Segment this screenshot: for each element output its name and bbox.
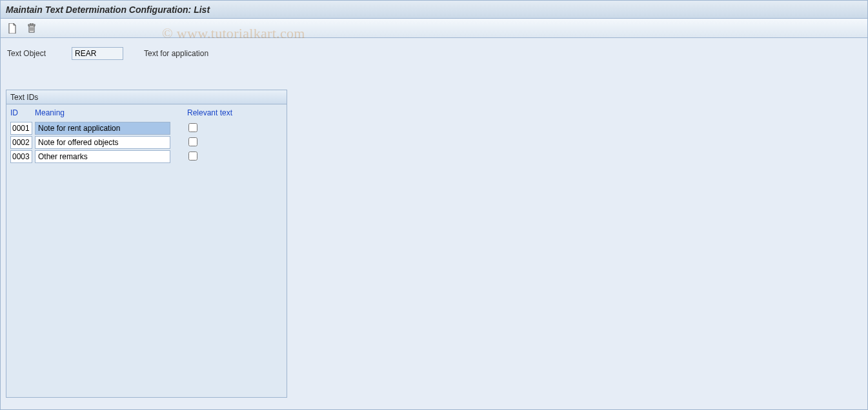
column-header-id: ID — [10, 108, 32, 117]
id-input[interactable] — [10, 122, 32, 135]
text-ids-panel: Text IDs ID Meaning Relevant text — [6, 90, 287, 398]
panel-title: Text IDs — [10, 93, 38, 102]
relevant-checkbox-wrap — [188, 123, 197, 134]
panel-header: Text IDs — [6, 90, 287, 104]
id-input[interactable] — [10, 136, 32, 149]
svg-rect-5 — [30, 23, 33, 24]
table-row — [9, 121, 284, 135]
relevant-checkbox-wrap — [188, 151, 197, 162]
table-row — [9, 150, 284, 164]
text-object-input[interactable] — [72, 47, 123, 60]
relevant-checkbox[interactable] — [188, 137, 197, 146]
column-header-meaning: Meaning — [35, 108, 170, 117]
text-object-label: Text Object — [7, 49, 59, 58]
document-icon[interactable] — [5, 21, 20, 35]
column-header-relevant: Relevant text — [187, 108, 232, 117]
column-header-row: ID Meaning Relevant text — [9, 106, 284, 121]
window-title: Maintain Text Determination Configuratio… — [1, 1, 867, 19]
table-row — [9, 135, 284, 150]
relevant-checkbox-wrap — [188, 137, 197, 148]
meaning-input[interactable] — [35, 150, 170, 163]
page-title: Maintain Text Determination Configuratio… — [6, 5, 210, 15]
relevant-checkbox[interactable] — [188, 151, 197, 161]
toolbar — [1, 19, 867, 38]
meaning-input[interactable] — [35, 136, 170, 149]
meta-row: Text Object Text for application — [1, 38, 867, 64]
trash-icon[interactable] — [24, 21, 39, 35]
meaning-input[interactable] — [35, 122, 170, 135]
relevant-checkbox[interactable] — [188, 123, 197, 132]
id-input[interactable] — [10, 150, 32, 163]
text-object-description: Text for application — [144, 49, 208, 58]
panel-body: ID Meaning Relevant text — [6, 104, 287, 165]
